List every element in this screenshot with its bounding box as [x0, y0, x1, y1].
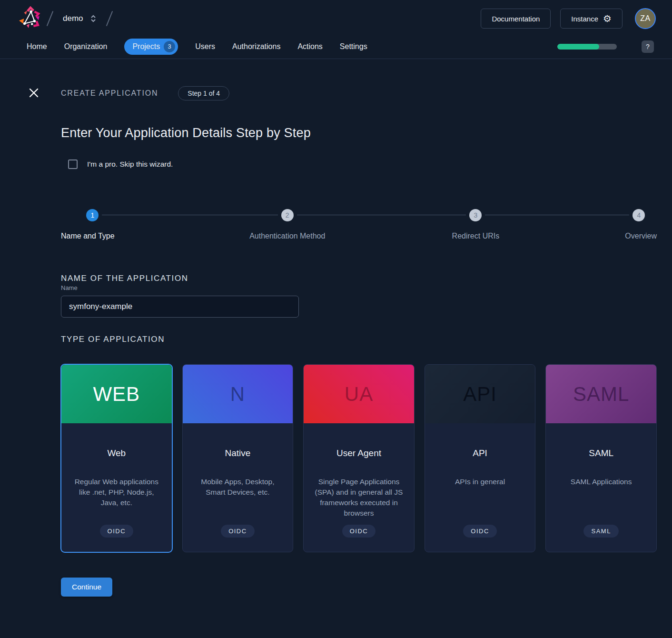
page-title: CREATE APPLICATION [61, 89, 158, 98]
type-card-user-agent-letter: UA [345, 383, 373, 406]
usage-progress-fill [557, 44, 599, 50]
type-card-saml[interactable]: SAML SAML SAML Applications SAML [545, 364, 657, 552]
type-section-title: TYPE OF APPLICATION [61, 335, 672, 344]
nav-item-users[interactable]: Users [195, 40, 215, 54]
protocol-badge: OIDC [221, 525, 255, 538]
header-row: demo Documentation Instance ⚙ ZA [0, 0, 672, 37]
gear-icon: ⚙ [603, 14, 612, 23]
type-card-native[interactable]: N Native Mobile Apps, Desktop, Smart Dev… [182, 364, 294, 552]
wizard-heading: Enter Your Application Details Step by S… [61, 126, 672, 140]
nav-item-authorizations[interactable]: Authorizations [232, 40, 280, 54]
step-label-name-and-type: Name and Type [61, 232, 115, 240]
type-card-web-body: Web Regular Web applications like .net, … [61, 423, 172, 552]
type-card-description: Single Page Applications (SPA) and in ge… [312, 477, 406, 518]
step-circle-2: 2 [281, 209, 294, 221]
type-card-web-header: WEB [61, 365, 172, 423]
type-card-native-letter: N [230, 383, 245, 406]
usage-progress-bar [557, 44, 617, 50]
wizard-header: CREATE APPLICATION Step 1 of 4 [27, 86, 672, 100]
type-card-user-agent[interactable]: UA User Agent Single Page Applications (… [303, 364, 415, 552]
instance-button-label: Instance [571, 15, 598, 23]
top-bar: demo Documentation Instance ⚙ ZA Home Or… [0, 0, 672, 59]
type-card-web-letter: WEB [93, 383, 140, 406]
step-label-overview: Overview [625, 232, 657, 240]
type-card-title: API [473, 448, 487, 459]
skip-wizard-row[interactable]: I'm a pro. Skip this wizard. [68, 160, 672, 169]
nav-bar: Home Organization Projects 3 Users Autho… [0, 37, 672, 59]
application-name-input[interactable] [61, 296, 299, 318]
type-card-api-body: API APIs in general OIDC [425, 423, 535, 552]
type-card-description: Mobile Apps, Desktop, Smart Devices, etc… [191, 477, 285, 498]
step-circle-4: 4 [632, 209, 645, 221]
type-card-api-letter: API [463, 383, 497, 406]
nav-item-actions[interactable]: Actions [297, 40, 322, 54]
step-label-authentication-method: Authentication Method [249, 232, 325, 240]
continue-button[interactable]: Continue [61, 578, 112, 597]
projects-count-badge: 3 [164, 41, 175, 52]
unfold-more-icon[interactable] [90, 14, 97, 23]
protocol-badge: SAML [583, 525, 618, 538]
step-label-redirect-uris: Redirect URIs [452, 232, 500, 240]
stepper-connector [485, 215, 629, 215]
protocol-badge: OIDC [342, 525, 376, 538]
wizard-stepper: 1 2 3 4 Name and Type Authentication Met… [61, 209, 657, 246]
name-section-title: NAME OF THE APPLICATION [61, 274, 672, 283]
help-button[interactable]: ? [642, 40, 654, 53]
type-card-description: APIs in general [455, 477, 505, 487]
nav-item-settings[interactable]: Settings [340, 40, 367, 54]
type-card-user-agent-header: UA [304, 365, 414, 423]
type-card-native-body: Native Mobile Apps, Desktop, Smart Devic… [183, 423, 293, 552]
type-card-title: SAML [589, 448, 613, 459]
type-card-saml-letter: SAML [573, 383, 629, 406]
breadcrumb-separator [47, 11, 54, 26]
type-card-saml-body: SAML SAML Applications SAML [546, 423, 656, 552]
close-icon[interactable] [27, 87, 40, 100]
type-card-title: Web [107, 448, 126, 459]
user-avatar[interactable]: ZA [635, 8, 656, 29]
type-card-user-agent-body: User Agent Single Page Applications (SPA… [304, 423, 414, 552]
step-circle-1: 1 [86, 209, 99, 221]
stepper-connector [297, 215, 466, 215]
nav-item-organization[interactable]: Organization [64, 40, 108, 54]
step-indicator-badge: Step 1 of 4 [178, 86, 229, 100]
nav-item-projects-label: Projects [132, 42, 160, 51]
zitadel-logo[interactable] [18, 6, 41, 31]
create-application-page: CREATE APPLICATION Step 1 of 4 Enter You… [0, 86, 672, 597]
stepper-connector [102, 215, 277, 215]
skip-wizard-checkbox[interactable] [68, 160, 78, 169]
type-card-saml-header: SAML [546, 365, 656, 423]
nav-item-projects[interactable]: Projects 3 [124, 39, 178, 55]
application-type-cards: WEB Web Regular Web applications like .n… [61, 364, 657, 552]
type-card-description: SAML Applications [571, 477, 632, 487]
breadcrumb-separator [106, 11, 113, 26]
type-card-title: User Agent [336, 448, 381, 459]
skip-wizard-label: I'm a pro. Skip this wizard. [87, 160, 173, 169]
nav-item-home[interactable]: Home [27, 40, 47, 54]
protocol-badge: OIDC [463, 525, 497, 538]
protocol-badge: OIDC [100, 525, 134, 538]
instance-button[interactable]: Instance ⚙ [560, 9, 623, 29]
documentation-button[interactable]: Documentation [481, 9, 551, 29]
type-card-web[interactable]: WEB Web Regular Web applications like .n… [61, 364, 172, 552]
type-card-description: Regular Web applications like .net, PHP,… [69, 477, 164, 508]
type-card-native-header: N [183, 365, 293, 423]
step-circle-3: 3 [469, 209, 482, 221]
org-switcher-label[interactable]: demo [63, 14, 83, 23]
type-card-api-header: API [425, 365, 535, 423]
name-field-label: Name [61, 284, 78, 291]
type-card-api[interactable]: API API APIs in general OIDC [425, 364, 536, 552]
type-card-title: Native [225, 448, 250, 459]
documentation-button-label: Documentation [492, 15, 540, 23]
